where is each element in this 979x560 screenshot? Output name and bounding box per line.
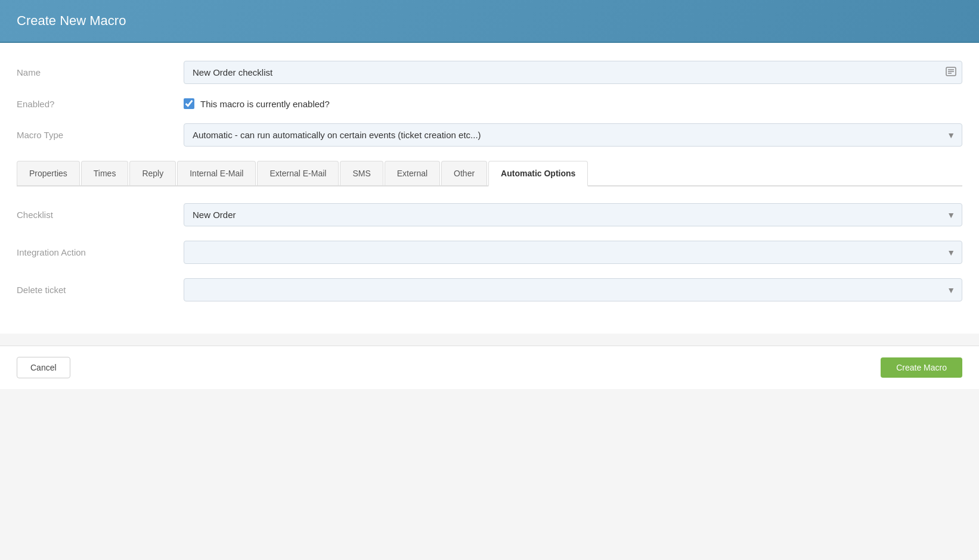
page-header: Create New Macro <box>0 0 979 43</box>
tab-reply[interactable]: Reply <box>129 161 176 185</box>
name-input[interactable] <box>184 61 962 84</box>
delete-ticket-label: Delete ticket <box>17 285 184 295</box>
integration-action-select[interactable] <box>184 241 962 264</box>
tab-properties[interactable]: Properties <box>17 161 80 185</box>
footer: Cancel Create Macro <box>0 346 979 389</box>
integration-action-control: ▼ <box>184 241 962 264</box>
form-content: Name ​ Enabled? This macro is cur <box>0 43 979 334</box>
checklist-select-wrapper: New Order Standard Checklist Custom ▼ <box>184 203 962 226</box>
enabled-label: Enabled? <box>17 99 184 109</box>
name-input-wrapper: ​ <box>184 61 962 84</box>
macro-type-row: Macro Type Automatic - can run automatic… <box>17 123 962 147</box>
enabled-control: This macro is currently enabled? <box>184 98 962 109</box>
tab-external[interactable]: External <box>385 161 440 185</box>
delete-ticket-select-wrapper: ▼ <box>184 278 962 301</box>
name-control: ​ <box>184 61 962 84</box>
tab-sms[interactable]: SMS <box>340 161 383 185</box>
delete-ticket-row: Delete ticket ▼ <box>17 278 962 301</box>
integration-action-label: Integration Action <box>17 247 184 257</box>
tab-times[interactable]: Times <box>81 161 129 185</box>
macro-type-select-wrapper: Automatic - can run automatically on cer… <box>184 123 962 147</box>
name-row: Name ​ <box>17 61 962 84</box>
checklist-select[interactable]: New Order Standard Checklist Custom <box>184 203 962 226</box>
delete-ticket-control: ▼ <box>184 278 962 301</box>
name-label: Name <box>17 67 184 77</box>
macro-type-select[interactable]: Automatic - can run automatically on cer… <box>184 123 962 147</box>
tabs-container: Properties Times Reply Internal E-Mail E… <box>17 161 962 186</box>
delete-ticket-select[interactable] <box>184 278 962 301</box>
tab-internal-email[interactable]: Internal E-Mail <box>177 161 256 185</box>
tab-other[interactable]: Other <box>441 161 487 185</box>
enabled-checkbox[interactable] <box>184 98 194 109</box>
macro-type-label: Macro Type <box>17 130 184 140</box>
checklist-label: Checklist <box>17 210 184 220</box>
tab-external-email[interactable]: External E-Mail <box>257 161 339 185</box>
checklist-row: Checklist New Order Standard Checklist C… <box>17 203 962 226</box>
macro-type-control: Automatic - can run automatically on cer… <box>184 123 962 147</box>
integration-action-row: Integration Action ▼ <box>17 241 962 264</box>
checklist-control: New Order Standard Checklist Custom ▼ <box>184 203 962 226</box>
integration-action-select-wrapper: ▼ <box>184 241 962 264</box>
tab-automatic-options[interactable]: Automatic Options <box>488 161 588 186</box>
cancel-button[interactable]: Cancel <box>17 357 70 378</box>
enabled-checkbox-row: This macro is currently enabled? <box>184 98 962 109</box>
enabled-row: Enabled? This macro is currently enabled… <box>17 98 962 109</box>
page-title: Create New Macro <box>17 13 962 29</box>
create-macro-button[interactable]: Create Macro <box>881 357 962 378</box>
name-input-icon: ​ <box>946 67 956 79</box>
automatic-options-section: Checklist New Order Standard Checklist C… <box>17 203 962 322</box>
enabled-checkbox-label: This macro is currently enabled? <box>200 99 330 109</box>
